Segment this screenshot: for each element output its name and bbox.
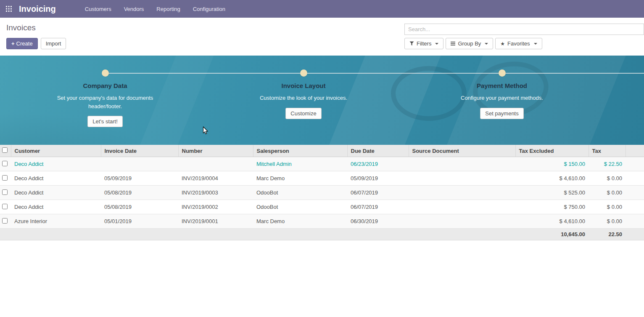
select-all-checkbox[interactable]	[2, 147, 8, 153]
chevron-down-icon	[534, 43, 537, 45]
create-button[interactable]: +Create	[6, 38, 38, 49]
import-button[interactable]: Import	[41, 38, 66, 49]
progress-dot	[102, 69, 109, 77]
cell-tax: $ 0.00	[589, 171, 626, 186]
col-header-tax[interactable]: Tax	[589, 145, 626, 157]
cell-due-date: 06/07/2019	[347, 186, 409, 200]
filters-button[interactable]: Filters	[404, 38, 443, 49]
row-checkbox-cell	[0, 171, 11, 186]
apps-grid-icon[interactable]	[4, 6, 14, 12]
table-row[interactable]: Deco Addict05/08/2019INV/2019/0002OdooBo…	[0, 200, 644, 214]
step-description: Customize the look of your invoices.	[254, 94, 353, 102]
row-checkbox[interactable]	[2, 204, 8, 209]
invoice-list: Customer Invoice Date Number Salesperson…	[0, 145, 644, 240]
plus-icon: +	[11, 40, 15, 47]
page-title: Invoices	[6, 23, 36, 32]
group-by-icon	[451, 41, 455, 46]
filter-icon	[409, 41, 414, 46]
top-navbar: Invoicing CustomersVendorsReportingConfi…	[0, 0, 644, 18]
cell-source-document	[409, 157, 515, 171]
table-row[interactable]: Deco AddictMitchell Admin06/23/2019$ 150…	[0, 157, 644, 171]
invoice-table-body: Deco AddictMitchell Admin06/23/2019$ 150…	[0, 157, 644, 229]
progress-dot	[300, 69, 307, 77]
spacer-cell	[626, 186, 644, 200]
row-checkbox-cell	[0, 186, 11, 200]
row-checkbox[interactable]	[2, 218, 8, 224]
row-checkbox[interactable]	[2, 189, 8, 195]
total-tax-excluded: 10,645.00	[515, 229, 589, 240]
cell-tax: $ 0.00	[589, 214, 626, 229]
cell-invoice-date: 05/08/2019	[101, 200, 178, 214]
onboarding-step: Company DataSet your company's data for …	[38, 82, 172, 127]
col-header-tax-excluded[interactable]: Tax Excluded	[515, 145, 589, 157]
header-checkbox-cell	[0, 145, 11, 157]
cell-tax: $ 0.00	[589, 200, 626, 214]
chevron-down-icon	[435, 43, 438, 45]
nav-item-customers[interactable]: Customers	[79, 0, 118, 18]
cell-source-document	[409, 171, 515, 186]
cell-salesperson: Mitchell Admin	[253, 157, 347, 171]
cell-customer: Deco Addict	[11, 171, 101, 186]
cell-tax-excluded: $ 150.00	[515, 157, 589, 171]
step-description: Set your company's data for documents he…	[56, 94, 155, 110]
favorites-button[interactable]: ★ Favorites	[495, 38, 542, 49]
cell-invoice-date: 05/08/2019	[101, 186, 178, 200]
col-header-due-date[interactable]: Due Date	[347, 145, 409, 157]
cell-due-date: 06/07/2019	[347, 200, 409, 214]
col-header-source-document[interactable]: Source Document	[409, 145, 515, 157]
row-checkbox[interactable]	[2, 175, 8, 181]
table-row[interactable]: Deco Addict05/08/2019INV/2019/0003OdooBo…	[0, 186, 644, 200]
nav-item-vendors[interactable]: Vendors	[118, 0, 150, 18]
cell-tax-excluded: $ 750.00	[515, 200, 589, 214]
cell-number: INV/2019/0001	[178, 214, 253, 229]
app-title[interactable]: Invoicing	[19, 4, 56, 14]
col-header-invoice-date[interactable]: Invoice Date	[101, 145, 178, 157]
nav-item-configuration[interactable]: Configuration	[187, 0, 232, 18]
table-row[interactable]: Deco Addict05/09/2019INV/2019/0004Marc D…	[0, 171, 644, 186]
cell-salesperson: Marc Demo	[253, 171, 347, 186]
cell-tax: $ 22.50	[589, 157, 626, 171]
cell-number	[178, 157, 253, 171]
spacer-cell	[626, 200, 644, 214]
onboarding-banner: Company DataSet your company's data for …	[0, 56, 644, 145]
group-by-button[interactable]: Group By	[446, 38, 493, 49]
col-header-customer[interactable]: Customer	[11, 145, 101, 157]
cell-salesperson: Marc Demo	[253, 214, 347, 229]
cell-customer: Deco Addict	[11, 157, 101, 171]
step-title: Payment Method	[435, 82, 569, 89]
progress-line	[105, 73, 644, 74]
step-action-button[interactable]: Let's start!	[87, 116, 123, 127]
table-header-row: Customer Invoice Date Number Salesperson…	[0, 145, 644, 157]
action-buttons: +Create Import	[6, 38, 66, 49]
step-title: Company Data	[38, 82, 172, 89]
cell-tax: $ 0.00	[589, 186, 626, 200]
step-action-button[interactable]: Set payments	[480, 108, 524, 119]
spacer-cell	[626, 157, 644, 171]
cell-invoice-date	[101, 157, 178, 171]
cell-tax-excluded: $ 4,610.00	[515, 214, 589, 229]
cell-tax-excluded: $ 4,610.00	[515, 171, 589, 186]
cell-source-document	[409, 200, 515, 214]
navbar-menu: CustomersVendorsReportingConfiguration	[79, 0, 232, 18]
totals-row: 10,645.00 22.50	[0, 229, 644, 240]
cell-number: INV/2019/0002	[178, 200, 253, 214]
col-header-spacer	[626, 145, 644, 157]
nav-item-reporting[interactable]: Reporting	[150, 0, 186, 18]
control-panel: Invoices +Create Import Filters Group By…	[0, 18, 644, 56]
cell-due-date: 05/09/2019	[347, 171, 409, 186]
chevron-down-icon	[485, 43, 488, 45]
cell-invoice-date: 05/09/2019	[101, 171, 178, 186]
step-action-button[interactable]: Customize	[285, 108, 321, 119]
progress-dot	[499, 69, 506, 77]
cell-customer: Deco Addict	[11, 186, 101, 200]
col-header-salesperson[interactable]: Salesperson	[253, 145, 347, 157]
cell-salesperson: OdooBot	[253, 186, 347, 200]
row-checkbox-cell	[0, 214, 11, 229]
table-row[interactable]: Azure Interior05/01/2019INV/2019/0001Mar…	[0, 214, 644, 229]
spacer-cell	[626, 171, 644, 186]
col-header-number[interactable]: Number	[178, 145, 253, 157]
search-input[interactable]	[404, 24, 644, 35]
step-title: Invoice Layout	[236, 82, 371, 89]
row-checkbox[interactable]	[2, 161, 8, 166]
cell-number: INV/2019/0003	[178, 186, 253, 200]
